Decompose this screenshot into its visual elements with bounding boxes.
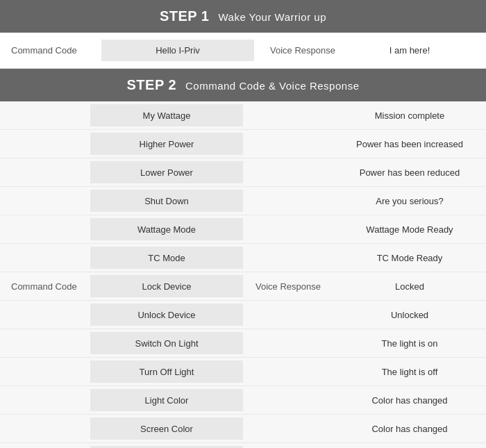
table-row: Screen ColorColor has changed: [0, 415, 486, 443]
table-row: My WattageMission complete: [0, 101, 486, 130]
response-col-label: [243, 138, 333, 149]
command-cell: Lower Power: [90, 161, 243, 183]
step1-header: STEP 1 Wake Your Warrior up: [0, 0, 486, 33]
command-col-label: [0, 395, 90, 406]
command-cell: Unlock Device: [90, 304, 243, 326]
response-col-label: [243, 395, 333, 406]
response-cell: Color has changed: [333, 390, 486, 411]
command-col-label: [0, 110, 90, 121]
response-col-label: [243, 338, 333, 349]
step1-command-value: Hello I-Priv: [101, 40, 254, 61]
response-cell: Color has changed: [333, 418, 486, 440]
response-col-label: [243, 366, 333, 377]
command-cell: Higher Power: [90, 133, 243, 155]
command-cell: Shut Down: [90, 190, 243, 212]
command-col-label: [0, 252, 90, 263]
command-cell: Switch On Light: [90, 332, 243, 354]
command-col-label: Command Code: [0, 276, 90, 297]
step2-description: Command Code & Voice Response: [185, 80, 359, 92]
command-cell: Light Color: [90, 389, 243, 411]
step2-number: STEP 2: [127, 77, 177, 92]
command-col-label: [0, 423, 90, 434]
step1-number: STEP 1: [160, 8, 210, 24]
table-row: Voice ChangeVoice has Changed: [0, 443, 486, 448]
response-col-label: [243, 309, 333, 320]
table-row: Unlock DeviceUnlocked: [0, 301, 486, 329]
response-cell: Power has been reduced: [333, 162, 486, 183]
response-cell: TC Mode Ready: [333, 247, 486, 269]
step1-response-label: Voice Response: [261, 45, 344, 56]
step1-row: Command Code Hello I-Priv Voice Response…: [0, 33, 486, 69]
command-cell: TC Mode: [90, 247, 243, 269]
step1-response-value: I am here!: [344, 45, 475, 56]
table-row: Shut DownAre you serious?: [0, 187, 486, 215]
response-cell: Are you serious?: [333, 190, 486, 212]
response-col-label: [243, 224, 333, 235]
response-cell: Power has been increased: [333, 133, 486, 155]
table-row: Light ColorColor has changed: [0, 386, 486, 415]
command-cell: My Wattage: [90, 104, 243, 126]
command-col-label: [0, 167, 90, 178]
response-col-label: [243, 110, 333, 121]
command-col-label: [0, 224, 90, 235]
command-cell: Turn Off Light: [90, 360, 243, 383]
response-cell: Mission complete: [333, 105, 486, 126]
response-cell: The light is on: [333, 333, 486, 354]
command-cell: Lock Device: [90, 275, 243, 297]
table-row: Switch On LightThe light is on: [0, 329, 486, 358]
command-cell: Screen Color: [90, 417, 243, 440]
response-col-label: Voice Response: [243, 276, 333, 297]
table-row: Higher PowerPower has been increased: [0, 130, 486, 158]
table-row: Wattage ModeWattage Mode Ready: [0, 215, 486, 244]
table-row: Lower PowerPower has been reduced: [0, 158, 486, 187]
command-col-label: [0, 366, 90, 377]
table-row: TC ModeTC Mode Ready: [0, 244, 486, 272]
response-col-label: [243, 195, 333, 206]
command-col-label: [0, 309, 90, 320]
response-cell: Locked: [333, 276, 486, 297]
command-col-label: [0, 195, 90, 206]
response-col-label: [243, 167, 333, 178]
response-cell: Wattage Mode Ready: [333, 219, 486, 240]
table-row: Turn Off LightThe light is off: [0, 358, 486, 386]
step1-command-label: Command Code: [11, 45, 101, 56]
response-col-label: [243, 252, 333, 263]
step2-table: My WattageMission completeHigher PowerPo…: [0, 101, 486, 448]
table-row: Command CodeLock DeviceVoice ResponseLoc…: [0, 272, 486, 301]
command-cell: Wattage Mode: [90, 218, 243, 240]
command-col-label: [0, 338, 90, 349]
step2-header: STEP 2 Command Code & Voice Response: [0, 69, 486, 101]
response-cell: The light is off: [333, 361, 486, 383]
step1-description: Wake Your Warrior up: [218, 11, 326, 23]
response-cell: Unlocked: [333, 304, 486, 326]
command-col-label: [0, 138, 90, 149]
response-col-label: [243, 423, 333, 434]
